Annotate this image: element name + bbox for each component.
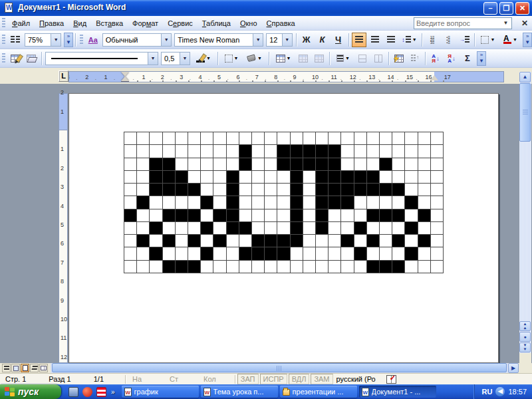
grid-cell[interactable] <box>341 184 354 196</box>
table-column-mark[interactable] <box>303 80 304 82</box>
distribute-rows-icon[interactable] <box>355 51 370 66</box>
grid-cell[interactable] <box>380 222 392 235</box>
horizontal-scroll-thumb[interactable] <box>52 363 507 372</box>
grid-cell[interactable] <box>405 235 418 247</box>
grid-cell[interactable] <box>316 209 329 222</box>
quick-launch-chevron-icon[interactable]: » <box>111 388 115 396</box>
grid-cell[interactable] <box>367 158 380 171</box>
grid-cell[interactable] <box>367 261 380 273</box>
grid-cell[interactable] <box>239 222 252 235</box>
taskbar-task-4[interactable]: Документ1 - ... <box>359 386 436 398</box>
grid-cell[interactable] <box>213 235 226 247</box>
insert-table-button[interactable]: ▼ <box>272 51 295 66</box>
grid-cell[interactable] <box>380 247 392 260</box>
grid-cell[interactable] <box>354 184 367 196</box>
grid-cell[interactable] <box>213 222 226 235</box>
vertical-ruler[interactable]: 12123456789101112 <box>59 84 68 363</box>
grid-cell[interactable] <box>303 209 316 222</box>
grid-cell[interactable] <box>431 145 444 158</box>
grid-cell[interactable] <box>354 247 367 260</box>
chevron-down-icon[interactable]: ▼ <box>501 19 511 28</box>
underline-button[interactable]: Ч <box>331 33 346 47</box>
grid-cell[interactable] <box>163 235 176 247</box>
quick-launch-icon-1[interactable] <box>68 387 78 397</box>
line-spacing-button[interactable]: ↕ ▼ <box>400 33 420 47</box>
grid-cell[interactable] <box>124 132 137 145</box>
first-line-indent-marker[interactable] <box>121 72 129 76</box>
split-cells-icon[interactable] <box>312 51 327 66</box>
grid-cell[interactable] <box>239 247 252 260</box>
menu-item-view[interactable]: Вид <box>68 17 91 29</box>
grid-cell[interactable] <box>418 196 431 209</box>
grid-cell[interactable] <box>291 247 303 260</box>
shading-color-button[interactable]: ▼ <box>243 51 266 66</box>
grid-cell[interactable] <box>367 196 380 209</box>
toolbar-options-icon[interactable]: »▼ <box>523 33 532 47</box>
grid-cell[interactable] <box>303 158 316 171</box>
grid-cell[interactable] <box>277 247 290 260</box>
left-indent-marker[interactable] <box>121 81 129 82</box>
align-left-button[interactable] <box>352 33 366 47</box>
grid-cell[interactable] <box>341 261 354 273</box>
grid-cell[interactable] <box>227 158 239 171</box>
grid-cell[interactable] <box>137 261 150 273</box>
table-column-mark[interactable] <box>341 80 342 82</box>
menu-item-help[interactable]: Справка <box>262 17 300 29</box>
grid-cell[interactable] <box>188 132 201 145</box>
table-column-mark[interactable] <box>201 80 202 82</box>
grid-cell[interactable] <box>380 171 392 184</box>
grid-cell[interactable] <box>265 171 277 184</box>
grid-cell[interactable] <box>227 222 239 235</box>
grid-cell[interactable] <box>354 261 367 273</box>
grid-cell[interactable] <box>367 235 380 247</box>
grid-cell[interactable] <box>316 184 329 196</box>
grid-cell[interactable] <box>329 171 341 184</box>
grid-cell[interactable] <box>188 261 201 273</box>
grid-cell[interactable] <box>277 132 290 145</box>
chevron-down-icon[interactable]: ▼ <box>180 53 190 65</box>
grid-cell[interactable] <box>137 145 150 158</box>
grid-cell[interactable] <box>188 184 201 196</box>
grid-cell[interactable] <box>239 145 252 158</box>
grid-cell[interactable] <box>380 158 392 171</box>
grid-cell[interactable] <box>265 261 277 273</box>
grid-cell[interactable] <box>316 132 329 145</box>
grid-cell[interactable] <box>124 145 137 158</box>
grid-cell[interactable] <box>176 247 188 260</box>
grid-cell[interactable] <box>265 158 277 171</box>
document-page[interactable] <box>68 93 499 363</box>
table-column-mark[interactable] <box>418 80 419 82</box>
grid-cell[interactable] <box>150 209 162 222</box>
grid-cell[interactable] <box>201 184 213 196</box>
grid-cell[interactable] <box>124 158 137 171</box>
grid-cell[interactable] <box>354 158 367 171</box>
grid-cell[interactable] <box>150 171 162 184</box>
grid-cell[interactable] <box>341 145 354 158</box>
grid-cell[interactable] <box>354 196 367 209</box>
status-record-indicator[interactable]: ЗАП <box>237 374 259 384</box>
line-weight-combo[interactable]: 0,5 ▼ <box>161 52 190 65</box>
grid-cell[interactable] <box>418 184 431 196</box>
grid-cell[interactable] <box>418 235 431 247</box>
table-column-mark[interactable] <box>329 80 330 82</box>
grid-cell[interactable] <box>137 196 150 209</box>
grid-cell[interactable] <box>316 247 329 260</box>
align-center-button[interactable] <box>368 33 382 47</box>
borders-button[interactable]: ▼ <box>477 33 499 47</box>
grid-cell[interactable] <box>239 132 252 145</box>
grid-cell[interactable] <box>227 235 239 247</box>
minimize-button[interactable]: – <box>483 2 497 15</box>
grid-cell[interactable] <box>176 132 188 145</box>
grid-cell[interactable] <box>329 235 341 247</box>
grid-cell[interactable] <box>137 209 150 222</box>
grid-cell[interactable] <box>265 184 277 196</box>
web-layout-view-button[interactable] <box>11 364 20 372</box>
grid-cell[interactable] <box>188 235 201 247</box>
grid-cell[interactable] <box>303 184 316 196</box>
merge-cells-icon[interactable] <box>296 51 311 66</box>
grid-cell[interactable] <box>213 132 226 145</box>
table-column-mark[interactable] <box>188 80 190 82</box>
grid-cell[interactable] <box>150 184 162 196</box>
grid-cell[interactable] <box>176 145 188 158</box>
grid-cell[interactable] <box>291 261 303 273</box>
